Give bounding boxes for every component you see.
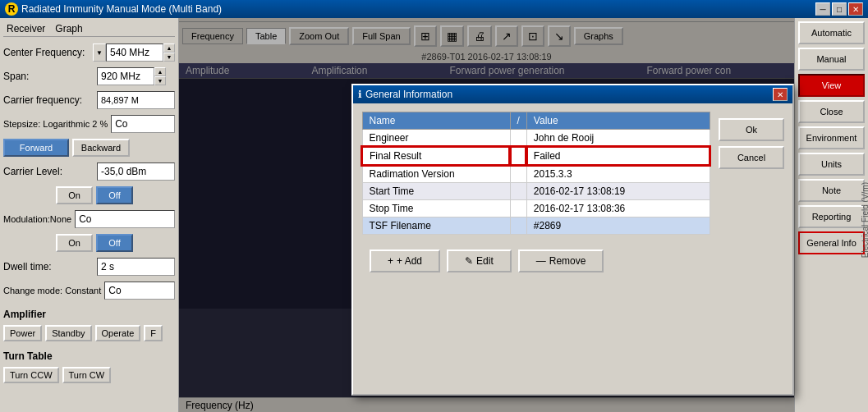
- menu-graph[interactable]: Graph: [55, 23, 82, 34]
- carrier-level-value[interactable]: -35,0 dBm: [97, 163, 175, 181]
- table-row: TSF Filename#2869: [362, 217, 710, 235]
- modulation-label: Modulation:None: [3, 214, 71, 224]
- row-value: 2016-02-17 13:08:36: [526, 200, 710, 217]
- table-row: Start Time2016-02-17 13:08:19: [362, 183, 710, 200]
- view-button[interactable]: View: [798, 74, 865, 97]
- dwell-row: Dwell time: 2 s: [3, 258, 175, 276]
- row-sep: [510, 217, 526, 235]
- modulation-suffix[interactable]: Co: [75, 210, 175, 228]
- reporting-button[interactable]: Reporting: [798, 205, 865, 228]
- cancel-button[interactable]: Cancel: [719, 146, 784, 169]
- modal-dialog: ℹ General Information ✕ Name / Value: [351, 84, 794, 396]
- center-freq-up[interactable]: ▲: [163, 43, 175, 53]
- add-icon: +: [388, 255, 393, 267]
- manual-button[interactable]: Manual: [798, 48, 865, 71]
- on-button-1[interactable]: On: [56, 186, 93, 204]
- general-info-button[interactable]: General Info: [798, 231, 865, 254]
- maximize-button[interactable]: □: [832, 2, 847, 16]
- modal-close-button[interactable]: ✕: [773, 88, 788, 101]
- row-name: TSF Filename: [362, 217, 510, 235]
- carrier-freq-value[interactable]: 84,897 M: [97, 91, 175, 109]
- left-panel: Receiver Graph Center Frequency: ▼ 540 M…: [0, 18, 179, 412]
- turn-cw-button[interactable]: Turn CW: [62, 367, 112, 383]
- off-button-2[interactable]: Off: [96, 234, 133, 252]
- app-icon: R: [5, 2, 18, 16]
- stepsize-suffix[interactable]: Co: [111, 115, 175, 133]
- right-panel: Automatic Manual View Close Environment …: [794, 18, 868, 412]
- environment-button[interactable]: Environment: [798, 126, 865, 149]
- title-bar-left: R Radiated Immunity Manual Mode (Multi B…: [5, 2, 222, 16]
- on-button-2[interactable]: On: [56, 234, 93, 252]
- dwell-value[interactable]: 2 s: [97, 258, 175, 276]
- operate-button[interactable]: Operate: [95, 325, 141, 341]
- minimize-button[interactable]: ─: [815, 2, 830, 16]
- table-row: EngineerJohn de Rooij: [362, 130, 710, 148]
- table-row: Final ResultFailed: [362, 147, 710, 165]
- stepsize-row: Stepsize: Logarithmic 2 % Co: [3, 115, 175, 133]
- modal-title-icon: ℹ: [358, 89, 362, 100]
- remove-button[interactable]: — Remove: [518, 249, 604, 272]
- amplifier-section-header: Amplifier: [3, 309, 175, 320]
- ok-button[interactable]: Ok: [719, 118, 784, 141]
- col-header-name: Name: [362, 112, 510, 130]
- close-button[interactable]: ✕: [848, 2, 863, 16]
- edit-button[interactable]: ✎ Edit: [447, 249, 512, 272]
- center-freq-value[interactable]: 540 MHz: [106, 43, 163, 62]
- span-down[interactable]: ▼: [154, 76, 166, 85]
- table-row: Stop Time2016-02-17 13:08:36: [362, 200, 710, 217]
- change-mode-suffix[interactable]: Co: [104, 282, 175, 300]
- amplifier-row: Power Standby Operate F: [3, 325, 175, 341]
- off-button-1[interactable]: Off: [96, 186, 133, 204]
- row-value: John de Rooij: [526, 130, 710, 148]
- title-bar-text: Radiated Immunity Manual Mode (Multi Ban…: [21, 3, 222, 15]
- span-spinbox: ▲ ▼: [154, 67, 166, 85]
- menu-bar: Receiver Graph: [3, 21, 175, 37]
- row-sep: [510, 130, 526, 148]
- automatic-button[interactable]: Automatic: [798, 21, 865, 44]
- modal-title-bar: ℹ General Information ✕: [353, 85, 792, 103]
- change-mode-label: Change mode: Constant: [3, 286, 101, 295]
- span-label: Span:: [3, 71, 94, 82]
- change-mode-row: Change mode: Constant Co: [3, 282, 175, 300]
- on-off-row2: On Off: [3, 234, 175, 252]
- center-freq-down[interactable]: ▼: [163, 53, 175, 62]
- modal-buttons: Ok Cancel: [719, 118, 784, 169]
- span-value[interactable]: 920 MHz: [97, 67, 154, 85]
- row-value: 2016-02-17 13:08:19: [526, 183, 710, 200]
- col-header-sep: /: [510, 112, 526, 130]
- edit-label: Edit: [476, 255, 494, 267]
- row-name: Engineer: [362, 130, 510, 148]
- remove-icon: —: [536, 255, 546, 267]
- row-sep: [510, 147, 526, 165]
- row-sep: [510, 200, 526, 217]
- table-row: Radimation Version2015.3.3: [362, 165, 710, 183]
- forward-button[interactable]: Forward: [3, 139, 69, 157]
- edit-icon: ✎: [465, 255, 473, 267]
- title-bar-controls: ─ □ ✕: [815, 2, 863, 16]
- menu-receiver[interactable]: Receiver: [7, 23, 45, 34]
- note-button[interactable]: Note: [798, 179, 865, 202]
- row-name: Stop Time: [362, 200, 510, 217]
- f-button[interactable]: F: [144, 325, 163, 341]
- power-button[interactable]: Power: [3, 325, 42, 341]
- row-value: #2869: [526, 217, 710, 235]
- modal-title-bar-left: ℹ General Information: [358, 89, 452, 100]
- row-name: Final Result: [362, 147, 510, 165]
- standby-button[interactable]: Standby: [45, 325, 91, 341]
- row-sep: [510, 183, 526, 200]
- carrier-freq-row: Carrier frequency: 84,897 M: [3, 91, 175, 109]
- info-table: Name / Value EngineerJohn de RooijFinal …: [361, 112, 710, 235]
- row-sep: [510, 165, 526, 183]
- col-header-value: Value: [526, 112, 710, 130]
- center-freq-spinbox: ▲ ▼: [163, 43, 175, 62]
- span-up[interactable]: ▲: [154, 67, 166, 76]
- add-button[interactable]: + + Add: [370, 249, 440, 272]
- carrier-level-row: Carrier Level: -35,0 dBm: [3, 163, 175, 181]
- span-row: Span: 920 MHz ▲ ▼: [3, 67, 175, 85]
- turn-ccw-button[interactable]: Turn CCW: [3, 367, 59, 383]
- center-freq-dropdown[interactable]: ▼: [93, 43, 106, 62]
- units-button[interactable]: Units: [798, 153, 865, 176]
- close-right-button[interactable]: Close: [798, 100, 865, 123]
- backward-button[interactable]: Backward: [72, 139, 130, 157]
- modal-overlay: ℹ General Information ✕ Name / Value: [179, 18, 794, 412]
